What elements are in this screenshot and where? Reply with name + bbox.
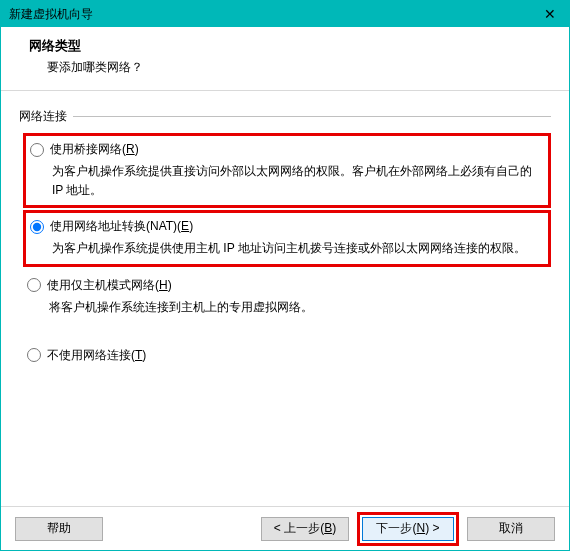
option-bridged[interactable]: 使用桥接网络(R) 为客户机操作系统提供直接访问外部以太网网络的权限。客户机在外…: [23, 133, 551, 208]
wizard-header: 网络类型 要添加哪类网络？: [1, 27, 569, 91]
next-button[interactable]: 下一步(N) >: [362, 517, 454, 541]
label-none: 不使用网络连接(T): [47, 347, 146, 364]
window-title: 新建虚拟机向导: [9, 6, 531, 23]
help-button[interactable]: 帮助: [15, 517, 103, 541]
radio-bridged[interactable]: [30, 143, 44, 157]
cancel-button[interactable]: 取消: [467, 517, 555, 541]
wizard-window: 新建虚拟机向导 ✕ 网络类型 要添加哪类网络？ 网络连接 使用桥接网络(R) 为…: [0, 0, 570, 551]
option-hostonly[interactable]: 使用仅主机模式网络(H) 将客户机操作系统连接到主机上的专用虚拟网络。: [23, 269, 551, 325]
fieldset-legend: 网络连接: [19, 108, 71, 125]
option-none[interactable]: 不使用网络连接(T): [23, 339, 551, 372]
page-title: 网络类型: [29, 37, 541, 55]
desc-nat: 为客户机操作系统提供使用主机 IP 地址访问主机拨号连接或外部以太网网络连接的权…: [52, 239, 545, 258]
option-nat[interactable]: 使用网络地址转换(NAT)(E) 为客户机操作系统提供使用主机 IP 地址访问主…: [23, 210, 551, 266]
fieldset-rule: [73, 116, 551, 117]
network-fieldset: 网络连接 使用桥接网络(R) 为客户机操作系统提供直接访问外部以太网网络的权限。…: [19, 109, 551, 372]
wizard-body: 网络连接 使用桥接网络(R) 为客户机操作系统提供直接访问外部以太网网络的权限。…: [1, 91, 569, 506]
back-button[interactable]: < 上一步(B): [261, 517, 349, 541]
titlebar: 新建虚拟机向导 ✕: [1, 1, 569, 27]
page-subtitle: 要添加哪类网络？: [29, 59, 541, 76]
label-hostonly: 使用仅主机模式网络(H): [47, 277, 172, 294]
desc-hostonly: 将客户机操作系统连接到主机上的专用虚拟网络。: [49, 298, 545, 317]
network-options: 使用桥接网络(R) 为客户机操作系统提供直接访问外部以太网网络的权限。客户机在外…: [19, 109, 551, 372]
radio-none[interactable]: [27, 348, 41, 362]
close-icon[interactable]: ✕: [531, 1, 569, 27]
next-button-highlight: 下一步(N) >: [357, 512, 459, 546]
wizard-footer: 帮助 < 上一步(B) 下一步(N) > 取消: [1, 506, 569, 550]
label-bridged: 使用桥接网络(R): [50, 141, 139, 158]
label-nat: 使用网络地址转换(NAT)(E): [50, 218, 193, 235]
radio-hostonly[interactable]: [27, 278, 41, 292]
desc-bridged: 为客户机操作系统提供直接访问外部以太网网络的权限。客户机在外部网络上必须有自己的…: [52, 162, 545, 200]
radio-nat[interactable]: [30, 220, 44, 234]
